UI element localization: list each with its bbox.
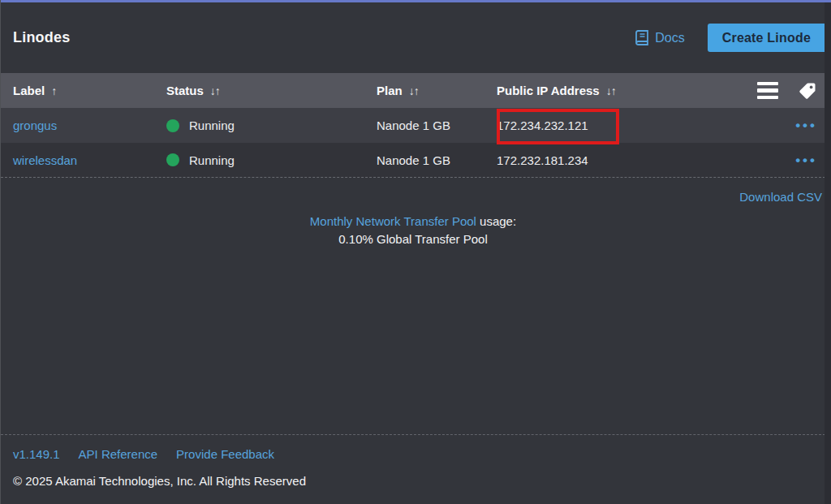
row-action-menu-icon[interactable]: ••• <box>795 153 817 167</box>
transfer-pool-link[interactable]: Monthly Network Transfer Pool <box>310 214 476 228</box>
status-running-icon <box>166 119 179 132</box>
transfer-pool-percentage: 0.10% Global Transfer Pool <box>1 230 825 248</box>
public-ip-text[interactable]: 172.234.232.121 <box>497 118 588 132</box>
sort-both-icon: ↓↑ <box>210 84 220 97</box>
copyright-text: © 2025 Akamai Technologies, Inc. All Rig… <box>13 474 825 488</box>
plan-text: Nanode 1 GB <box>377 118 450 132</box>
public-ip-text[interactable]: 172.232.181.234 <box>497 153 588 167</box>
sort-both-icon: ↓↑ <box>606 84 616 97</box>
page-footer: v1.149.1 API Reference Provide Feedback … <box>1 434 825 504</box>
row-action-menu-icon[interactable]: ••• <box>795 118 817 132</box>
viewport-right-edge <box>825 2 831 504</box>
docs-book-icon <box>635 30 649 45</box>
group-by-tag-icon[interactable] <box>798 81 817 101</box>
plan-text: Nanode 1 GB <box>377 153 450 167</box>
page-title: Linodes <box>13 29 70 46</box>
download-csv-link[interactable]: Download CSV <box>739 190 822 204</box>
summary-view-icon[interactable] <box>757 82 778 100</box>
docs-link[interactable]: Docs <box>635 30 684 45</box>
provide-feedback-link[interactable]: Provide Feedback <box>176 447 274 461</box>
page-header-actions: Docs Create Linode <box>635 2 825 73</box>
linode-cloud-manager-window: Linodes Docs Create Linode Label ↑ Statu <box>0 0 831 504</box>
table-view-toggles <box>744 81 825 101</box>
footer-links: v1.149.1 API Reference Provide Feedback <box>13 447 825 461</box>
create-linode-button[interactable]: Create Linode <box>708 24 825 52</box>
column-header-public-ip[interactable]: Public IP Address ↓↑ <box>497 84 744 97</box>
sort-asc-icon: ↑ <box>51 84 56 97</box>
linodes-table-header: Label ↑ Status ↓↑ Plan ↓↑ Public IP Addr… <box>1 73 825 108</box>
sort-both-icon: ↓↑ <box>409 84 419 97</box>
column-header-label[interactable]: Label ↑ <box>1 84 166 97</box>
page-header: Linodes Docs Create Linode <box>1 2 825 73</box>
top-accent-bar <box>1 0 831 2</box>
version-link[interactable]: v1.149.1 <box>13 447 60 461</box>
linode-label-link[interactable]: wirelessdan <box>13 153 77 167</box>
status-running-icon <box>166 153 179 166</box>
status-text: Running <box>189 153 235 167</box>
api-reference-link[interactable]: API Reference <box>79 447 158 461</box>
transfer-pool-summary: Monthly Network Transfer Pool usage: 0.1… <box>1 213 825 248</box>
transfer-usage-suffix: usage: <box>476 214 516 228</box>
table-row: grongus Running Nanode 1 GB 172.234.232.… <box>1 108 825 143</box>
column-header-plan[interactable]: Plan ↓↑ <box>377 84 497 97</box>
docs-link-label: Docs <box>655 31 684 45</box>
linode-label-link[interactable]: grongus <box>13 118 57 132</box>
column-header-status[interactable]: Status ↓↑ <box>166 84 377 97</box>
table-row: wirelessdan Running Nanode 1 GB 172.232.… <box>1 143 825 178</box>
status-text: Running <box>189 118 235 132</box>
